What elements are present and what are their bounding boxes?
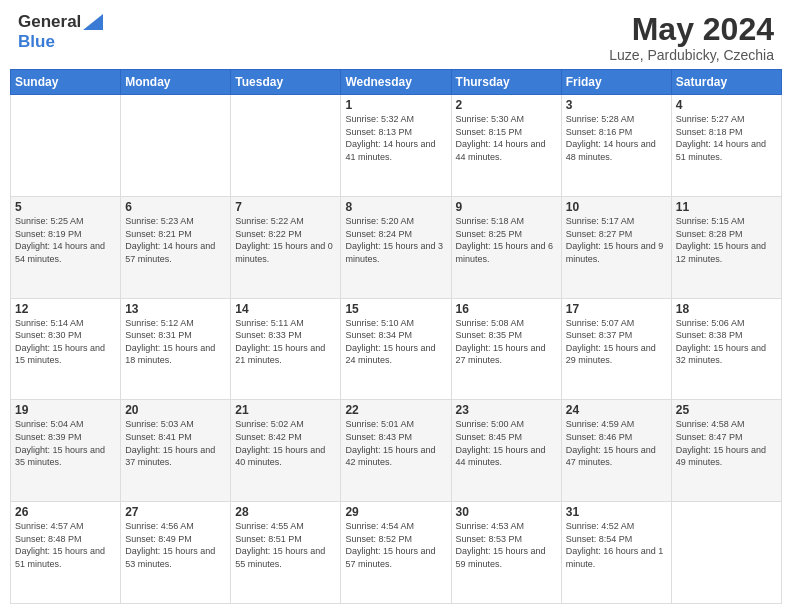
day-number: 16 (456, 302, 557, 316)
calendar-cell: 29Sunrise: 4:54 AMSunset: 8:52 PMDayligh… (341, 502, 451, 604)
day-number: 29 (345, 505, 446, 519)
day-number: 1 (345, 98, 446, 112)
day-number: 20 (125, 403, 226, 417)
calendar-week-5: 26Sunrise: 4:57 AMSunset: 8:48 PMDayligh… (11, 502, 782, 604)
day-info: Sunrise: 5:32 AMSunset: 8:13 PMDaylight:… (345, 113, 446, 163)
calendar-cell: 12Sunrise: 5:14 AMSunset: 8:30 PMDayligh… (11, 298, 121, 400)
header-friday: Friday (561, 70, 671, 95)
calendar-cell: 4Sunrise: 5:27 AMSunset: 8:18 PMDaylight… (671, 95, 781, 197)
days-header-row: Sunday Monday Tuesday Wednesday Thursday… (11, 70, 782, 95)
calendar-cell: 19Sunrise: 5:04 AMSunset: 8:39 PMDayligh… (11, 400, 121, 502)
header-saturday: Saturday (671, 70, 781, 95)
calendar-cell (11, 95, 121, 197)
day-info: Sunrise: 5:14 AMSunset: 8:30 PMDaylight:… (15, 317, 116, 367)
day-number: 12 (15, 302, 116, 316)
calendar-cell: 8Sunrise: 5:20 AMSunset: 8:24 PMDaylight… (341, 196, 451, 298)
header: General Blue May 2024 Luze, Pardubicky, … (0, 0, 792, 69)
day-number: 27 (125, 505, 226, 519)
calendar-cell: 9Sunrise: 5:18 AMSunset: 8:25 PMDaylight… (451, 196, 561, 298)
day-info: Sunrise: 5:11 AMSunset: 8:33 PMDaylight:… (235, 317, 336, 367)
calendar-cell: 16Sunrise: 5:08 AMSunset: 8:35 PMDayligh… (451, 298, 561, 400)
day-number: 4 (676, 98, 777, 112)
calendar-cell: 6Sunrise: 5:23 AMSunset: 8:21 PMDaylight… (121, 196, 231, 298)
calendar: Sunday Monday Tuesday Wednesday Thursday… (0, 69, 792, 612)
header-thursday: Thursday (451, 70, 561, 95)
day-info: Sunrise: 5:25 AMSunset: 8:19 PMDaylight:… (15, 215, 116, 265)
day-info: Sunrise: 5:15 AMSunset: 8:28 PMDaylight:… (676, 215, 777, 265)
calendar-page: General Blue May 2024 Luze, Pardubicky, … (0, 0, 792, 612)
calendar-week-2: 5Sunrise: 5:25 AMSunset: 8:19 PMDaylight… (11, 196, 782, 298)
calendar-week-3: 12Sunrise: 5:14 AMSunset: 8:30 PMDayligh… (11, 298, 782, 400)
day-info: Sunrise: 5:18 AMSunset: 8:25 PMDaylight:… (456, 215, 557, 265)
calendar-cell: 1Sunrise: 5:32 AMSunset: 8:13 PMDaylight… (341, 95, 451, 197)
day-number: 31 (566, 505, 667, 519)
calendar-cell (231, 95, 341, 197)
title-block: May 2024 Luze, Pardubicky, Czechia (609, 12, 774, 63)
svg-marker-0 (83, 14, 103, 30)
calendar-cell: 10Sunrise: 5:17 AMSunset: 8:27 PMDayligh… (561, 196, 671, 298)
day-info: Sunrise: 5:10 AMSunset: 8:34 PMDaylight:… (345, 317, 446, 367)
calendar-cell: 31Sunrise: 4:52 AMSunset: 8:54 PMDayligh… (561, 502, 671, 604)
day-info: Sunrise: 5:22 AMSunset: 8:22 PMDaylight:… (235, 215, 336, 265)
day-number: 25 (676, 403, 777, 417)
day-info: Sunrise: 4:54 AMSunset: 8:52 PMDaylight:… (345, 520, 446, 570)
day-number: 15 (345, 302, 446, 316)
day-info: Sunrise: 5:28 AMSunset: 8:16 PMDaylight:… (566, 113, 667, 163)
calendar-cell: 17Sunrise: 5:07 AMSunset: 8:37 PMDayligh… (561, 298, 671, 400)
day-info: Sunrise: 4:57 AMSunset: 8:48 PMDaylight:… (15, 520, 116, 570)
day-info: Sunrise: 5:08 AMSunset: 8:35 PMDaylight:… (456, 317, 557, 367)
calendar-cell: 24Sunrise: 4:59 AMSunset: 8:46 PMDayligh… (561, 400, 671, 502)
calendar-cell: 26Sunrise: 4:57 AMSunset: 8:48 PMDayligh… (11, 502, 121, 604)
day-info: Sunrise: 4:59 AMSunset: 8:46 PMDaylight:… (566, 418, 667, 468)
day-number: 6 (125, 200, 226, 214)
calendar-cell: 3Sunrise: 5:28 AMSunset: 8:16 PMDaylight… (561, 95, 671, 197)
calendar-cell (671, 502, 781, 604)
day-number: 24 (566, 403, 667, 417)
day-number: 30 (456, 505, 557, 519)
day-number: 9 (456, 200, 557, 214)
calendar-cell: 15Sunrise: 5:10 AMSunset: 8:34 PMDayligh… (341, 298, 451, 400)
day-number: 19 (15, 403, 116, 417)
calendar-cell: 2Sunrise: 5:30 AMSunset: 8:15 PMDaylight… (451, 95, 561, 197)
calendar-cell: 7Sunrise: 5:22 AMSunset: 8:22 PMDaylight… (231, 196, 341, 298)
day-info: Sunrise: 4:53 AMSunset: 8:53 PMDaylight:… (456, 520, 557, 570)
calendar-cell: 20Sunrise: 5:03 AMSunset: 8:41 PMDayligh… (121, 400, 231, 502)
day-info: Sunrise: 5:30 AMSunset: 8:15 PMDaylight:… (456, 113, 557, 163)
day-number: 18 (676, 302, 777, 316)
day-number: 10 (566, 200, 667, 214)
day-info: Sunrise: 5:17 AMSunset: 8:27 PMDaylight:… (566, 215, 667, 265)
day-number: 11 (676, 200, 777, 214)
month-title: May 2024 (609, 12, 774, 47)
day-number: 28 (235, 505, 336, 519)
day-info: Sunrise: 5:03 AMSunset: 8:41 PMDaylight:… (125, 418, 226, 468)
day-number: 17 (566, 302, 667, 316)
day-number: 7 (235, 200, 336, 214)
calendar-week-1: 1Sunrise: 5:32 AMSunset: 8:13 PMDaylight… (11, 95, 782, 197)
logo-icon (83, 14, 103, 30)
calendar-cell: 28Sunrise: 4:55 AMSunset: 8:51 PMDayligh… (231, 502, 341, 604)
day-number: 2 (456, 98, 557, 112)
day-info: Sunrise: 5:01 AMSunset: 8:43 PMDaylight:… (345, 418, 446, 468)
calendar-cell: 21Sunrise: 5:02 AMSunset: 8:42 PMDayligh… (231, 400, 341, 502)
day-number: 3 (566, 98, 667, 112)
calendar-cell: 23Sunrise: 5:00 AMSunset: 8:45 PMDayligh… (451, 400, 561, 502)
day-number: 13 (125, 302, 226, 316)
calendar-cell: 30Sunrise: 4:53 AMSunset: 8:53 PMDayligh… (451, 502, 561, 604)
day-info: Sunrise: 5:07 AMSunset: 8:37 PMDaylight:… (566, 317, 667, 367)
calendar-table: Sunday Monday Tuesday Wednesday Thursday… (10, 69, 782, 604)
day-number: 5 (15, 200, 116, 214)
day-info: Sunrise: 5:20 AMSunset: 8:24 PMDaylight:… (345, 215, 446, 265)
calendar-week-4: 19Sunrise: 5:04 AMSunset: 8:39 PMDayligh… (11, 400, 782, 502)
day-info: Sunrise: 5:04 AMSunset: 8:39 PMDaylight:… (15, 418, 116, 468)
header-wednesday: Wednesday (341, 70, 451, 95)
day-info: Sunrise: 4:56 AMSunset: 8:49 PMDaylight:… (125, 520, 226, 570)
header-tuesday: Tuesday (231, 70, 341, 95)
day-info: Sunrise: 5:27 AMSunset: 8:18 PMDaylight:… (676, 113, 777, 163)
day-number: 21 (235, 403, 336, 417)
calendar-cell: 11Sunrise: 5:15 AMSunset: 8:28 PMDayligh… (671, 196, 781, 298)
day-number: 8 (345, 200, 446, 214)
calendar-cell: 18Sunrise: 5:06 AMSunset: 8:38 PMDayligh… (671, 298, 781, 400)
location-subtitle: Luze, Pardubicky, Czechia (609, 47, 774, 63)
header-monday: Monday (121, 70, 231, 95)
day-info: Sunrise: 5:00 AMSunset: 8:45 PMDaylight:… (456, 418, 557, 468)
